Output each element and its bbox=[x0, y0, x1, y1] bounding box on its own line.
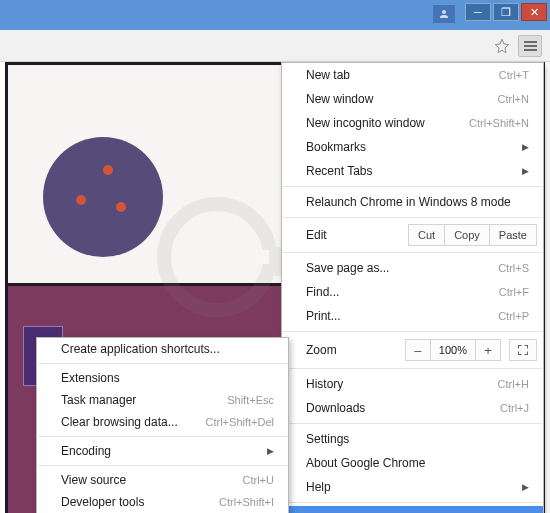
menu-label: Recent Tabs bbox=[306, 164, 373, 178]
menu-label: Downloads bbox=[306, 401, 365, 415]
menu-separator bbox=[283, 502, 542, 503]
menu-label: Create application shortcuts... bbox=[61, 342, 220, 356]
menu-separator bbox=[283, 331, 542, 332]
menu-shortcut: Ctrl+Shift+I bbox=[219, 496, 274, 508]
zoom-in-button[interactable]: + bbox=[475, 339, 501, 361]
menu-shortcut: Shift+Esc bbox=[227, 394, 274, 406]
star-icon bbox=[494, 38, 510, 54]
menu-separator bbox=[283, 217, 542, 218]
fullscreen-icon bbox=[517, 344, 529, 356]
menu-label: Save page as... bbox=[306, 261, 389, 275]
menu-label: Help bbox=[306, 480, 331, 494]
user-icon bbox=[438, 8, 450, 20]
menu-settings[interactable]: Settings bbox=[282, 427, 543, 451]
chrome-main-menu: New tabCtrl+T New windowCtrl+N New incog… bbox=[281, 62, 544, 513]
chevron-right-icon: ▶ bbox=[267, 446, 274, 456]
menu-shortcut: Ctrl+P bbox=[498, 310, 529, 322]
menu-label: New incognito window bbox=[306, 116, 425, 130]
bookmark-star-button[interactable] bbox=[492, 36, 512, 56]
menu-label: New tab bbox=[306, 68, 350, 82]
minimize-button[interactable]: ─ bbox=[465, 3, 491, 21]
menu-print[interactable]: Print...Ctrl+P bbox=[282, 304, 543, 328]
menu-bookmarks[interactable]: Bookmarks▶ bbox=[282, 135, 543, 159]
menu-shortcut: Ctrl+S bbox=[498, 262, 529, 274]
menu-find[interactable]: Find...Ctrl+F bbox=[282, 280, 543, 304]
menu-separator bbox=[283, 423, 542, 424]
menu-label: Task manager bbox=[61, 393, 136, 407]
menu-save-page[interactable]: Save page as...Ctrl+S bbox=[282, 256, 543, 280]
menu-shortcut: Ctrl+J bbox=[500, 402, 529, 414]
menu-new-window[interactable]: New windowCtrl+N bbox=[282, 87, 543, 111]
submenu-clear-data[interactable]: Clear browsing data...Ctrl+Shift+Del bbox=[37, 411, 288, 433]
menu-shortcut: Ctrl+Shift+N bbox=[469, 117, 529, 129]
menu-label: Bookmarks bbox=[306, 140, 366, 154]
menu-label: Encoding bbox=[61, 444, 111, 458]
chevron-right-icon: ▶ bbox=[522, 482, 529, 492]
menu-new-tab[interactable]: New tabCtrl+T bbox=[282, 63, 543, 87]
menu-label: New window bbox=[306, 92, 373, 106]
menu-separator bbox=[283, 252, 542, 253]
zoom-out-button[interactable]: – bbox=[405, 339, 431, 361]
window-controls: ─ ❐ ✕ bbox=[465, 3, 547, 21]
cut-button[interactable]: Cut bbox=[408, 224, 445, 246]
copy-button[interactable]: Copy bbox=[445, 224, 490, 246]
menu-downloads[interactable]: DownloadsCtrl+J bbox=[282, 396, 543, 420]
menu-label: Print... bbox=[306, 309, 341, 323]
submenu-encoding[interactable]: Encoding▶ bbox=[37, 440, 288, 462]
menu-label: Developer tools bbox=[61, 495, 144, 509]
close-button[interactable]: ✕ bbox=[521, 3, 547, 21]
menu-shortcut: Ctrl+H bbox=[498, 378, 529, 390]
submenu-extensions[interactable]: Extensions bbox=[37, 367, 288, 389]
menu-label: Extensions bbox=[61, 371, 120, 385]
menu-label: Find... bbox=[306, 285, 339, 299]
maximize-button[interactable]: ❐ bbox=[493, 3, 519, 21]
menu-label: About Google Chrome bbox=[306, 456, 425, 470]
menu-shortcut: Ctrl+U bbox=[243, 474, 274, 486]
menu-recent-tabs[interactable]: Recent Tabs▶ bbox=[282, 159, 543, 183]
page-logo bbox=[43, 137, 163, 257]
main-menu-button[interactable] bbox=[518, 35, 542, 57]
menu-separator bbox=[283, 368, 542, 369]
fullscreen-button[interactable] bbox=[509, 339, 537, 361]
menu-separator bbox=[283, 186, 542, 187]
menu-zoom-row: Zoom – 100% + bbox=[282, 335, 543, 365]
menu-edit-row: Edit Cut Copy Paste bbox=[282, 221, 543, 249]
menu-shortcut: Ctrl+Shift+Del bbox=[206, 416, 274, 428]
chevron-right-icon: ▶ bbox=[522, 142, 529, 152]
menu-label: View source bbox=[61, 473, 126, 487]
submenu-create-shortcuts[interactable]: Create application shortcuts... bbox=[37, 338, 288, 360]
submenu-view-source[interactable]: View sourceCtrl+U bbox=[37, 469, 288, 491]
menu-label: History bbox=[306, 377, 343, 391]
menu-label: Zoom bbox=[306, 343, 337, 357]
menu-separator bbox=[38, 465, 287, 466]
browser-toolbar bbox=[0, 30, 550, 62]
zoom-value: 100% bbox=[431, 339, 475, 361]
menu-relaunch-win8[interactable]: Relaunch Chrome in Windows 8 mode bbox=[282, 190, 543, 214]
menu-help[interactable]: Help▶ bbox=[282, 475, 543, 499]
menu-label: Settings bbox=[306, 432, 349, 446]
menu-label: Clear browsing data... bbox=[61, 415, 178, 429]
menu-new-incognito[interactable]: New incognito windowCtrl+Shift+N bbox=[282, 111, 543, 135]
submenu-task-manager[interactable]: Task managerShift+Esc bbox=[37, 389, 288, 411]
hamburger-icon bbox=[524, 41, 537, 43]
menu-shortcut: Ctrl+F bbox=[499, 286, 529, 298]
profile-button[interactable] bbox=[433, 5, 455, 23]
menu-about[interactable]: About Google Chrome bbox=[282, 451, 543, 475]
paste-button[interactable]: Paste bbox=[490, 224, 537, 246]
menu-shortcut: Ctrl+T bbox=[499, 69, 529, 81]
menu-separator bbox=[38, 363, 287, 364]
submenu-dev-tools[interactable]: Developer toolsCtrl+Shift+I bbox=[37, 491, 288, 513]
chevron-right-icon: ▶ bbox=[522, 166, 529, 176]
menu-label: Relaunch Chrome in Windows 8 mode bbox=[306, 195, 511, 209]
more-tools-submenu: Create application shortcuts... Extensio… bbox=[36, 337, 289, 513]
menu-history[interactable]: HistoryCtrl+H bbox=[282, 372, 543, 396]
menu-more-tools[interactable]: More tools▶ bbox=[282, 506, 543, 513]
menu-label: Edit bbox=[306, 228, 327, 242]
menu-separator bbox=[38, 436, 287, 437]
menu-shortcut: Ctrl+N bbox=[498, 93, 529, 105]
browser-titlebar: ─ ❐ ✕ bbox=[0, 0, 550, 30]
